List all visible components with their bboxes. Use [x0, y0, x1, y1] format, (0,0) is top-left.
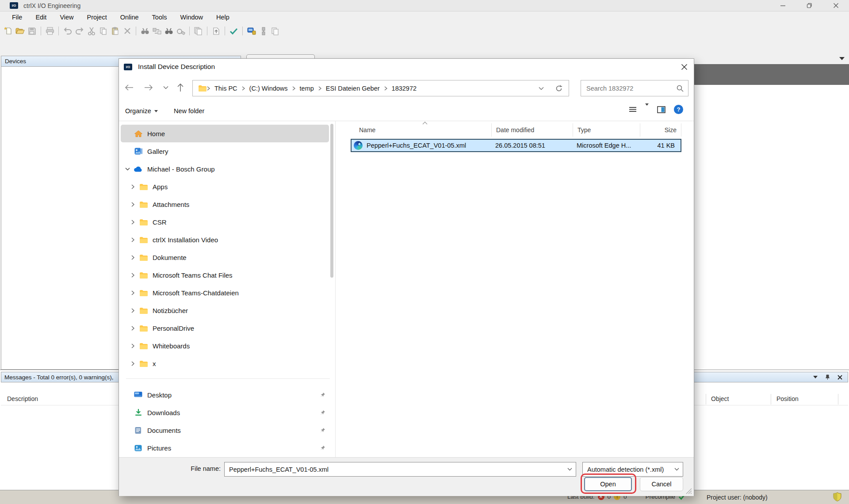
- clear-search-icon[interactable]: [175, 26, 186, 37]
- tab-overflow-chevron-icon[interactable]: [839, 57, 845, 60]
- file-name-combobox[interactable]: [224, 462, 576, 477]
- sidebar-item-documents[interactable]: Documents: [121, 421, 329, 439]
- chevron-right-icon[interactable]: [128, 255, 138, 260]
- sidebar-item-home[interactable]: Home: [121, 125, 329, 142]
- sidebar-item-attachments[interactable]: Attachments: [121, 195, 329, 213]
- chevron-right-icon[interactable]: [128, 326, 138, 331]
- chevron-right-icon[interactable]: [128, 184, 138, 189]
- sidebar-item-gallery[interactable]: Gallery: [121, 142, 329, 160]
- search-magnifier-icon[interactable]: [677, 85, 684, 92]
- column-object[interactable]: Object: [711, 395, 729, 402]
- file-type-dropdown-icon[interactable]: [671, 468, 679, 471]
- column-size[interactable]: Size: [640, 123, 681, 137]
- menu-online[interactable]: Online: [114, 11, 145, 23]
- new-file-icon[interactable]: [3, 26, 14, 37]
- minimize-button[interactable]: [779, 2, 786, 9]
- preview-pane-icon[interactable]: [657, 106, 665, 113]
- forward-arrow-icon[interactable]: [142, 81, 155, 94]
- menu-file[interactable]: File: [5, 11, 29, 23]
- file-name-dropdown-icon[interactable]: [564, 468, 572, 471]
- cut-icon[interactable]: [86, 26, 97, 37]
- messages-pin-icon[interactable]: [825, 374, 830, 380]
- file-type-combobox[interactable]: Automatic detection (*.xml): [582, 462, 683, 477]
- details-view-icon[interactable]: [629, 107, 637, 113]
- breadcrumb-this-pc[interactable]: This PC: [210, 85, 241, 92]
- pin-icon[interactable]: [320, 428, 329, 433]
- resize-grip[interactable]: [685, 488, 692, 494]
- menu-tools[interactable]: Tools: [145, 11, 174, 23]
- breadcrumb-chevron-icon[interactable]: [318, 86, 322, 91]
- menu-help[interactable]: Help: [210, 11, 236, 23]
- refresh-icon[interactable]: [555, 85, 562, 92]
- redo-icon[interactable]: [74, 26, 85, 37]
- copy-icon[interactable]: [98, 26, 109, 37]
- column-description[interactable]: Description: [7, 395, 38, 402]
- sidebar-item-teams-chatdateien[interactable]: Microsoft Teams-Chatdateien: [121, 284, 329, 302]
- shield-icon[interactable]: [833, 492, 841, 502]
- sidebar-item-x[interactable]: x: [121, 355, 329, 372]
- address-dropdown-chevron-icon[interactable]: [539, 87, 544, 90]
- recent-locations-chevron-icon[interactable]: [159, 81, 172, 94]
- menu-project[interactable]: Project: [80, 11, 114, 23]
- sidebar-item-onedrive[interactable]: Michael - Bosch Group: [121, 160, 329, 178]
- sidebar-item-ctrlx-installation-video[interactable]: ctrlX Installation Video: [121, 231, 329, 248]
- sidebar-item-teams-chat-files[interactable]: Microsoft Teams Chat Files: [121, 266, 329, 284]
- pin-icon[interactable]: [320, 410, 329, 416]
- chevron-right-icon[interactable]: [128, 344, 138, 348]
- back-arrow-icon[interactable]: [122, 81, 136, 94]
- find-in-files-icon[interactable]: [163, 26, 174, 37]
- file-name-input[interactable]: [229, 466, 564, 473]
- maximize-button[interactable]: [806, 2, 813, 9]
- dialog-close-icon[interactable]: [679, 62, 689, 72]
- copy-special-icon[interactable]: [193, 26, 204, 37]
- sidebar-item-csr[interactable]: CSR: [121, 213, 329, 231]
- sidebar-item-pictures[interactable]: Pictures: [121, 439, 329, 457]
- messages-dropdown-icon[interactable]: [813, 376, 818, 378]
- column-name[interactable]: Name: [336, 123, 491, 137]
- validate-icon[interactable]: [228, 26, 239, 37]
- delete-icon[interactable]: [122, 26, 133, 37]
- undo-icon[interactable]: [62, 26, 73, 37]
- breadcrumb-esi-dateien-geber[interactable]: ESI Dateien Geber: [322, 85, 384, 92]
- search-input[interactable]: [586, 85, 677, 92]
- duplicate-page-icon[interactable]: [270, 26, 281, 37]
- organize-button[interactable]: Organize: [125, 105, 158, 117]
- breadcrumb-chevron-icon[interactable]: [384, 86, 388, 91]
- column-date-modified[interactable]: Date modified: [491, 123, 573, 137]
- chevron-right-icon[interactable]: [128, 202, 138, 207]
- paste-icon[interactable]: [110, 26, 121, 37]
- chevron-right-icon[interactable]: [128, 308, 138, 313]
- close-window-button[interactable]: [832, 2, 839, 9]
- pin-icon[interactable]: [320, 445, 329, 451]
- new-folder-button[interactable]: New folder: [174, 105, 204, 117]
- chevron-right-icon[interactable]: [128, 361, 138, 366]
- menu-window[interactable]: Window: [173, 11, 210, 23]
- save-icon[interactable]: [27, 26, 38, 37]
- view-dropdown-chevron-icon[interactable]: [645, 106, 649, 114]
- menu-edit[interactable]: Edit: [29, 11, 53, 23]
- find-icon[interactable]: [139, 26, 150, 37]
- up-arrow-icon[interactable]: [174, 81, 187, 94]
- breadcrumb-c-windows[interactable]: (C:) Windows: [245, 85, 292, 92]
- breadcrumb-chevron-icon[interactable]: [241, 86, 245, 91]
- pin-icon[interactable]: [320, 392, 329, 398]
- sidebar-item-apps[interactable]: Apps: [121, 178, 329, 195]
- file-row-selected[interactable]: Pepperl+Fuchs_ECAT_V01-05.xml 26.05.2015…: [351, 139, 681, 152]
- sidebar-item-personaldrive[interactable]: PersonalDrive: [121, 319, 329, 337]
- device-connect-icon[interactable]: [246, 26, 257, 37]
- sidebar-item-notizbuecher[interactable]: Notizbücher: [121, 302, 329, 319]
- cancel-button[interactable]: Cancel: [640, 477, 683, 491]
- print-icon[interactable]: [44, 26, 55, 37]
- column-type[interactable]: Type: [573, 123, 640, 137]
- search-box[interactable]: [581, 80, 688, 96]
- sidebar-scrollbar[interactable]: [330, 124, 333, 278]
- open-button[interactable]: Open: [584, 477, 632, 491]
- open-project-icon[interactable]: [15, 26, 26, 37]
- address-bar[interactable]: This PC (C:) Windows temp ESI Dateien Ge…: [192, 80, 569, 96]
- column-position[interactable]: Position: [776, 395, 799, 402]
- sidebar-item-dokumente[interactable]: Dokumente: [121, 248, 329, 266]
- help-icon[interactable]: ?: [674, 105, 683, 114]
- breadcrumb-temp[interactable]: temp: [296, 85, 318, 92]
- chevron-right-icon[interactable]: [128, 220, 138, 225]
- sidebar-item-whiteboards[interactable]: Whiteboards: [121, 337, 329, 355]
